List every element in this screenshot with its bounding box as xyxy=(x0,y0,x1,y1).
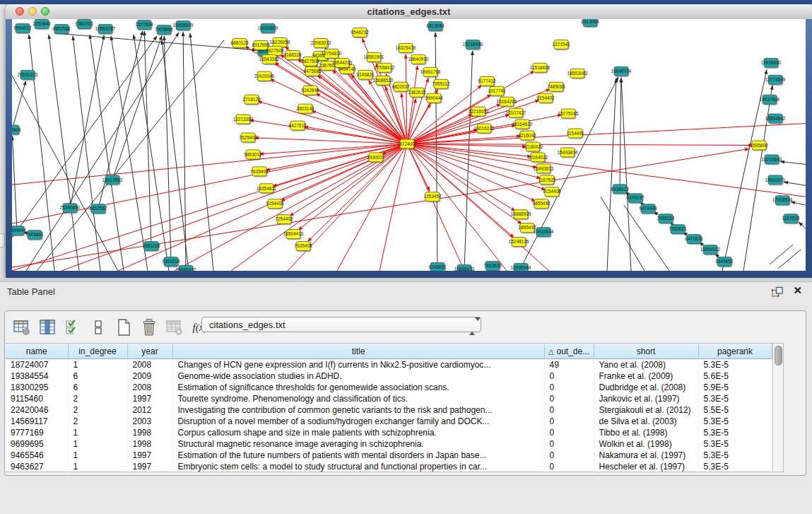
column-header-title[interactable]: title xyxy=(172,344,544,359)
network-node[interactable]: 1167522 xyxy=(539,175,556,185)
network-node[interactable]: 2935114 xyxy=(657,214,675,223)
network-node[interactable]: 22063012 xyxy=(311,38,331,47)
network-node[interactable]: 1017741 xyxy=(488,86,506,95)
network-node[interactable]: 2803144 xyxy=(296,104,314,113)
network-node[interactable]: 1595800 xyxy=(750,141,768,150)
network-node[interactable]: 10107427 xyxy=(506,108,526,117)
network-node[interactable]: 9990444 xyxy=(425,93,443,103)
network-node[interactable]: 8938923 xyxy=(611,185,629,194)
network-node[interactable]: 8813054 xyxy=(426,21,445,30)
network-node[interactable]: 15775165 xyxy=(558,109,579,118)
float-window-icon[interactable] xyxy=(771,286,784,298)
row-height-icon[interactable] xyxy=(87,316,110,339)
network-node[interactable]: 9994044 xyxy=(12,226,26,235)
network-node[interactable]: 15248135 xyxy=(509,238,529,247)
create-table-icon[interactable] xyxy=(112,316,135,339)
network-node[interactable]: 9360203 xyxy=(75,19,93,28)
network-node[interactable]: 14437884 xyxy=(760,95,780,104)
network-node[interactable]: 16534842 xyxy=(765,114,786,123)
network-node[interactable]: 6479197 xyxy=(626,194,645,203)
network-node[interactable]: 9474444 xyxy=(639,204,657,214)
network-node[interactable]: 9546232 xyxy=(351,28,369,37)
show-columns-icon[interactable] xyxy=(36,316,59,339)
network-node[interactable]: 15493813 xyxy=(534,164,554,173)
network-node[interactable]: 9360204 xyxy=(162,257,180,267)
network-node[interactable]: 16888939 xyxy=(511,210,531,219)
network-node[interactable]: 9245652 xyxy=(715,257,734,267)
network-node[interactable]: 9855492 xyxy=(532,199,551,209)
table-scrollbar-thumb[interactable] xyxy=(775,346,782,366)
network-node[interactable]: 20531223 xyxy=(18,70,38,79)
network-node[interactable]: 8216042 xyxy=(518,131,536,140)
close-window-button[interactable] xyxy=(16,7,24,16)
network-node[interactable]: 9242844 xyxy=(301,86,319,95)
network-node[interactable]: 11518408 xyxy=(530,63,551,72)
network-node[interactable]: 15013563 xyxy=(102,175,123,185)
network-node[interactable]: 7625402 xyxy=(239,133,257,142)
network-node[interactable]: 9245651 xyxy=(428,263,447,271)
table-row[interactable]: 946362711997Embryonic stem cells: a mode… xyxy=(6,461,772,472)
table-row[interactable]: 977716911998Corpus callosum shape and si… xyxy=(6,427,772,438)
network-node[interactable]: 1221541 xyxy=(552,40,570,49)
table-row[interactable]: 1456911722003Disruption of a novel membe… xyxy=(6,416,772,427)
network-node[interactable]: 8822037 xyxy=(392,82,410,91)
select-rows-icon[interactable] xyxy=(61,316,84,339)
network-node[interactable]: 8471636 xyxy=(685,235,703,244)
network-node[interactable]: 15688520 xyxy=(373,76,394,85)
network-node[interactable]: 25260850 xyxy=(60,204,81,213)
network-node[interactable]: 7485083 xyxy=(547,82,565,91)
zoom-window-button[interactable] xyxy=(41,7,49,16)
network-node[interactable]: 15916800 xyxy=(761,58,782,67)
window-titlebar[interactable]: citations_edges.txt xyxy=(6,4,812,20)
table-row[interactable]: 911546021997Tourette syndrome. Phenomeno… xyxy=(6,393,772,404)
network-node[interactable]: 16033809 xyxy=(258,23,278,33)
network-node[interactable]: 18226058 xyxy=(270,37,290,47)
network-node[interactable]: 18561901 xyxy=(364,52,384,62)
column-header-name[interactable]: name xyxy=(6,344,68,359)
table-row[interactable]: 1872400712008Changes of HCN gene express… xyxy=(6,359,772,371)
network-node[interactable]: 8852567 xyxy=(89,204,107,214)
column-header-pagerank[interactable]: pagerank xyxy=(698,344,772,359)
table-settings-icon[interactable] xyxy=(11,316,33,339)
column-header-year[interactable]: year xyxy=(127,344,172,359)
network-node[interactable]: 2930027 xyxy=(367,153,385,162)
table-row[interactable]: 969969511998Structural magnetic resonanc… xyxy=(6,438,772,450)
network-node[interactable]: 18325419 xyxy=(396,43,416,52)
network-node[interactable]: 9827508 xyxy=(266,46,284,55)
network-node[interactable]: 15692971 xyxy=(765,175,786,185)
network-node[interactable]: 16666977 xyxy=(176,266,196,271)
network-node[interactable]: 16906944 xyxy=(511,264,531,271)
network-node[interactable]: 9154402 xyxy=(536,93,555,103)
network-node[interactable]: 1362615 xyxy=(408,88,426,97)
network-node[interactable]: 7254402 xyxy=(275,215,293,224)
close-panel-icon[interactable]: ✕ xyxy=(793,284,802,297)
table-selector-dropdown[interactable]: citations_edges.txt xyxy=(201,317,481,332)
network-node[interactable]: 7635405 xyxy=(294,242,312,251)
network-view-canvas[interactable]: 9994022225084688525669360203105532871527… xyxy=(12,19,806,271)
column-header-short[interactable]: short xyxy=(594,344,698,359)
network-node[interactable]: 7932620 xyxy=(483,262,502,271)
network-node[interactable]: 1581228 xyxy=(142,242,160,251)
network-node[interactable]: 1154491 xyxy=(567,129,584,138)
network-node[interactable]: 7635404 xyxy=(250,167,269,176)
import-table-disabled-icon[interactable] xyxy=(163,316,186,339)
minimize-window-button[interactable] xyxy=(28,7,37,16)
network-node[interactable]: 16648794 xyxy=(611,66,632,76)
column-header-out_de[interactable]: △out_de... xyxy=(544,344,594,359)
table-row[interactable]: 1938455462009Genome-wide association stu… xyxy=(6,370,772,382)
table-row[interactable]: 2242004622012Investigating the contribut… xyxy=(6,404,772,416)
delete-table-icon[interactable] xyxy=(138,316,160,339)
network-node[interactable]: 9827509 xyxy=(301,57,319,66)
network-node[interactable]: 9994022 xyxy=(13,23,32,33)
network-node[interactable]: 18640910 xyxy=(408,54,429,64)
network-node[interactable]: 9154409 xyxy=(543,187,561,197)
network-node[interactable]: 1895492 xyxy=(518,223,536,233)
network-node[interactable]: 16961758 xyxy=(420,67,441,76)
collapsed-panel-handle[interactable] xyxy=(0,233,5,247)
network-node[interactable]: 1353457 xyxy=(423,192,442,201)
table-row[interactable]: 1830029562008Estimation of significance … xyxy=(6,382,772,393)
network-node[interactable]: 8186328 xyxy=(283,50,302,59)
network-node[interactable]: 10164022 xyxy=(528,153,548,162)
network-node[interactable]: 12754810 xyxy=(322,49,342,58)
network-node[interactable]: 8427512 xyxy=(288,121,307,130)
